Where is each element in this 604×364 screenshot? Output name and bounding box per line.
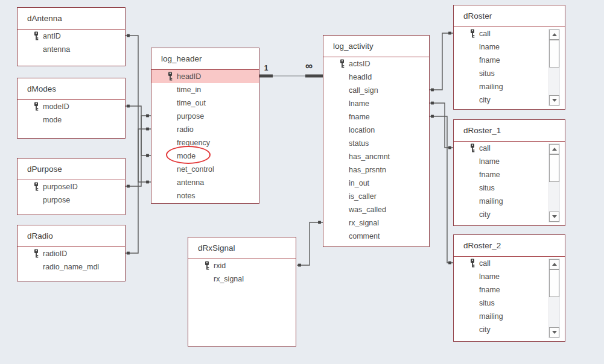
field-name: fname <box>349 113 370 121</box>
field-modeID[interactable]: modeID <box>17 100 125 113</box>
primary-key-icon <box>167 72 173 81</box>
scroll-up-button[interactable] <box>549 144 559 154</box>
field-fname[interactable]: fname <box>323 110 429 124</box>
table-dRoster[interactable]: dRostercalllnamefnamesitusmailingcity <box>453 5 565 110</box>
table-title[interactable]: log_header <box>151 48 259 70</box>
field-list: purposeIDpurpose <box>17 180 125 207</box>
field-time_in[interactable]: time_in <box>151 83 259 96</box>
table-title[interactable]: log_activity <box>323 36 429 57</box>
scroll-down-button[interactable] <box>549 327 559 337</box>
field-call_sign[interactable]: call_sign <box>323 84 429 97</box>
table-title[interactable]: dRoster_2 <box>454 235 565 257</box>
field-purposeID[interactable]: purposeID <box>17 180 125 193</box>
field-status[interactable]: status <box>323 137 429 150</box>
relationship-many-label: ∞ <box>302 60 316 72</box>
relationship-line-log_activity.call_sign-dRoster.call[interactable] <box>430 32 453 92</box>
field-comment[interactable]: comment <box>323 230 429 243</box>
table-title[interactable]: dRoster <box>454 5 565 27</box>
field-name: call <box>479 144 491 152</box>
primary-key-icon <box>33 249 39 258</box>
relationship-line-dRadio.radioID-log_header.radio[interactable] <box>126 128 151 255</box>
field-name: modeID <box>43 102 69 111</box>
field-name: purpose <box>177 112 204 121</box>
table-dRadio[interactable]: dRadioradioIDradio_name_mdl <box>17 225 126 281</box>
field-actsID[interactable]: actsID <box>323 57 429 71</box>
scrollbar-thumb[interactable] <box>549 40 559 67</box>
field-antenna[interactable]: antenna <box>17 43 125 56</box>
table-log_activity[interactable]: log_activityactsIDheadIdcall_signlnamefn… <box>323 35 430 247</box>
table-title[interactable]: dPurpose <box>17 158 125 180</box>
scroll-down-button[interactable] <box>549 95 559 105</box>
table-title[interactable]: dRadio <box>17 225 125 247</box>
scroll-down-button[interactable] <box>549 212 559 222</box>
primary-key-icon <box>339 59 345 68</box>
field-name: mailing <box>479 312 503 321</box>
primary-key-icon <box>33 31 39 40</box>
table-log_header[interactable]: log_headerheadIDtime_intime_outpurposera… <box>151 48 259 204</box>
field-mode[interactable]: mode <box>17 113 125 127</box>
field-radio_name_mdl[interactable]: radio_name_mdl <box>17 260 125 274</box>
table-dPurpose[interactable]: dPurposepurposeIDpurpose <box>17 158 126 215</box>
relationship-line-log_activity.lname-dRoster_1.call[interactable] <box>430 102 453 149</box>
field-frequency[interactable]: frequency <box>151 136 259 149</box>
scrollbar-thumb[interactable] <box>549 154 559 182</box>
field-purpose[interactable]: purpose <box>17 193 125 207</box>
table-dRoster_1[interactable]: dRoster_1calllnamefnamesitusmailingcity <box>453 119 565 226</box>
relationship-line-dRxSignal.rxid-log_activity.rx_signal[interactable] <box>297 221 323 267</box>
primary-key-icon <box>204 261 210 270</box>
vertical-scrollbar[interactable] <box>548 29 560 106</box>
field-antenna[interactable]: antenna <box>151 176 259 189</box>
field-purpose[interactable]: purpose <box>151 110 259 123</box>
scroll-up-button[interactable] <box>549 30 559 40</box>
table-title[interactable]: dRoster_1 <box>454 120 565 142</box>
field-has_ancmnt[interactable]: has_ancmnt <box>323 150 429 163</box>
field-rx_signal[interactable]: rx_signal <box>188 272 296 286</box>
table-dAntenna[interactable]: dAntennaantIDantenna <box>17 7 126 66</box>
field-location[interactable]: location <box>323 124 429 137</box>
field-name: radioID <box>43 249 67 258</box>
field-rxid[interactable]: rxid <box>188 259 296 272</box>
triangle-down-icon <box>552 215 557 218</box>
field-radio[interactable]: radio <box>151 123 259 136</box>
field-name: headID <box>177 72 201 81</box>
relationship-line-log_activity.fname-dRoster_2.call[interactable] <box>430 115 453 265</box>
field-name: mode <box>43 116 62 124</box>
field-name: fname <box>479 171 500 179</box>
field-headID[interactable]: headID <box>151 70 259 83</box>
field-net_control[interactable]: net_control <box>151 163 259 176</box>
field-name: headId <box>349 73 372 81</box>
table-title[interactable]: dAntenna <box>17 8 125 30</box>
table-title[interactable]: dModes <box>17 78 125 100</box>
field-headId[interactable]: headId <box>323 71 429 84</box>
vertical-scrollbar[interactable] <box>548 143 560 222</box>
table-title[interactable]: dRxSignal <box>188 237 296 259</box>
field-was_called[interactable]: was_called <box>323 203 429 216</box>
field-notes[interactable]: notes <box>151 189 259 202</box>
field-is_caller[interactable]: is_caller <box>323 190 429 203</box>
field-time_out[interactable]: time_out <box>151 96 259 110</box>
field-list: rxidrx_signal <box>188 259 296 286</box>
relationship-one-label: 1 <box>261 64 271 72</box>
field-radioID[interactable]: radioID <box>17 247 125 260</box>
scrollbar-thumb[interactable] <box>549 269 559 297</box>
field-name: lname <box>479 272 500 281</box>
field-has_prsntn[interactable]: has_prsntn <box>323 163 429 177</box>
table-dRoster_2[interactable]: dRoster_2calllnamefnamesitusmailingcity <box>453 234 565 342</box>
mode-annotation-ellipse <box>166 146 211 164</box>
field-lname[interactable]: lname <box>323 97 429 110</box>
table-dRxSignal[interactable]: dRxSignalrxidrx_signal <box>188 237 296 347</box>
table-dModes[interactable]: dModesmodeIDmode <box>17 78 126 139</box>
vertical-scrollbar[interactable] <box>548 259 560 338</box>
field-name: fname <box>479 286 500 294</box>
field-name: in_out <box>349 179 369 187</box>
field-name: frequency <box>177 139 210 147</box>
field-in_out[interactable]: in_out <box>323 177 429 190</box>
field-name: fname <box>479 56 500 64</box>
field-name: radio_name_mdl <box>43 263 99 271</box>
scroll-up-button[interactable] <box>549 259 559 269</box>
field-antID[interactable]: antID <box>17 30 125 43</box>
relationship-line-log_header.headID-log_activity.headId[interactable] <box>259 75 323 78</box>
field-name: antenna <box>43 45 70 54</box>
field-rx_signal[interactable]: rx_signal <box>323 216 429 230</box>
field-name: has_prsntn <box>349 166 386 174</box>
